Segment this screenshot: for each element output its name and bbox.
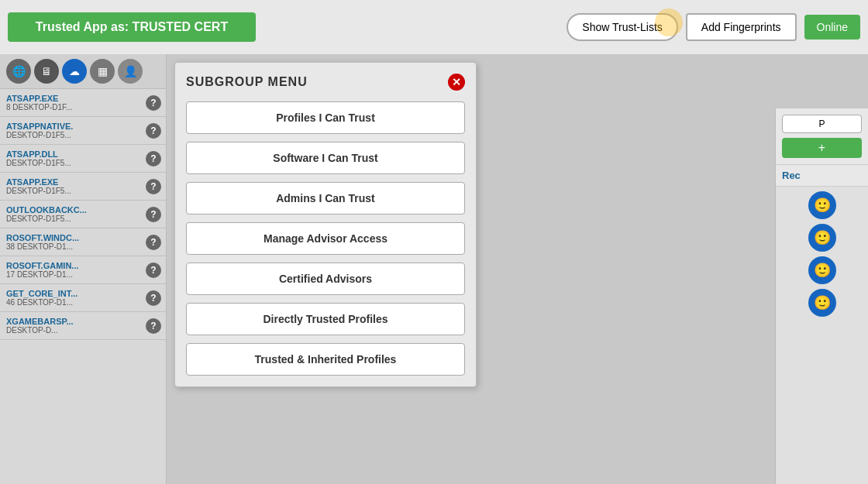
- item-title: ROSOFT.GAMIN...: [6, 261, 143, 270]
- item-title: ATSAPP.EXE: [6, 177, 143, 187]
- list-item[interactable]: ATSAPP.EXE 8 DESKTOP-D1F... ?: [0, 89, 166, 117]
- item-sub: 17 DESKTOP-D1...: [6, 270, 143, 279]
- list-item[interactable]: ROSOFT.WINDC... 38 DESKTOP-D1... ?: [0, 228, 166, 256]
- rec-label: Rec: [776, 165, 868, 187]
- top-bar: Trusted App as: TRUSTED CERT Show Trust-…: [0, 0, 868, 54]
- right-panel: P + Rec 🙂 🙂 🙂 🙂: [775, 108, 868, 484]
- trusted-inherited-profiles-button[interactable]: Trusted & Inherited Profiles: [186, 343, 465, 376]
- subgroup-menu-title: SUBGROUP MENU: [186, 75, 308, 89]
- sidebar-icon-bar: 🌐 🖥 ☁ ▦ 👤: [0, 54, 166, 89]
- plus-button[interactable]: +: [782, 138, 862, 158]
- show-trust-lists-button[interactable]: Show Trust-Lists: [567, 13, 677, 41]
- item-sub: DESKTOP-D1F5...: [6, 131, 143, 139]
- avatar: 🙂: [808, 224, 836, 252]
- item-sub: DESKTOP-D1F5...: [6, 215, 143, 223]
- main-content: SUBGROUP MENU ✕ Profiles I Can Trust Sof…: [167, 54, 868, 484]
- person-icon[interactable]: 👤: [118, 59, 143, 84]
- list-item[interactable]: ATSAPP.EXE DESKTOP-D1F5... ?: [0, 173, 166, 201]
- list-item[interactable]: GET_CORE_INT... 46 DESKTOP-D1... ?: [0, 284, 166, 312]
- help-icon[interactable]: ?: [146, 95, 161, 111]
- item-sub: DESKTOP-D1F5...: [6, 187, 143, 195]
- help-icon[interactable]: ?: [146, 235, 161, 250]
- help-icon[interactable]: ?: [146, 123, 161, 139]
- p-button[interactable]: P: [782, 115, 862, 133]
- close-button[interactable]: ✕: [448, 74, 465, 91]
- list-item[interactable]: OUTLOOKBACKC... DESKTOP-D1F5... ?: [0, 201, 166, 228]
- trusted-app-banner: Trusted App as: TRUSTED CERT: [8, 12, 256, 42]
- help-icon[interactable]: ?: [146, 151, 161, 166]
- help-icon[interactable]: ?: [146, 263, 161, 278]
- directly-trusted-profiles-button[interactable]: Directly Trusted Profiles: [186, 303, 465, 335]
- avatar: 🙂: [808, 289, 836, 317]
- online-button[interactable]: Online: [804, 15, 860, 39]
- item-title: OUTLOOKBACKC...: [6, 205, 143, 215]
- avatar: 🙂: [808, 256, 836, 284]
- help-icon[interactable]: ?: [146, 318, 161, 334]
- item-sub: 38 DESKTOP-D1...: [6, 242, 143, 251]
- item-sub: 46 DESKTOP-D1...: [6, 298, 143, 307]
- manage-advisor-access-button[interactable]: Manage Advisor Access: [186, 222, 465, 255]
- item-title: ROSOFT.WINDC...: [6, 233, 143, 242]
- admins-i-can-trust-button[interactable]: Admins I Can Trust: [186, 182, 465, 215]
- avatar: 🙂: [808, 191, 836, 219]
- grid-icon[interactable]: ▦: [90, 59, 115, 84]
- profiles-i-can-trust-button[interactable]: Profiles I Can Trust: [186, 101, 465, 134]
- item-sub: 8 DESKTOP-D1F...: [6, 103, 143, 112]
- list-item[interactable]: ROSOFT.GAMIN... 17 DESKTOP-D1... ?: [0, 256, 166, 284]
- list-item[interactable]: ATSAPP.DLL DESKTOP-D1F5... ?: [0, 145, 166, 173]
- software-i-can-trust-button[interactable]: Software I Can Trust: [186, 142, 465, 174]
- item-title: XGAMEBARSP...: [6, 317, 143, 326]
- item-sub: DESKTOP-D1F5...: [6, 159, 143, 167]
- subgroup-menu-modal: SUBGROUP MENU ✕ Profiles I Can Trust Sof…: [174, 62, 477, 387]
- list-item[interactable]: ATSAPPNATIVE. DESKTOP-D1F5... ?: [0, 117, 166, 145]
- help-icon[interactable]: ?: [146, 207, 161, 222]
- item-title: ATSAPP.DLL: [6, 149, 143, 159]
- monitor-icon[interactable]: 🖥: [34, 59, 59, 84]
- sidebar: 🌐 🖥 ☁ ▦ 👤 ATSAPP.EXE 8 DESKTOP-D1F... ? …: [0, 54, 167, 484]
- item-title: ATSAPPNATIVE.: [6, 122, 143, 131]
- subgroup-menu-header: SUBGROUP MENU ✕: [186, 74, 465, 91]
- item-sub: DESKTOP-D...: [6, 326, 143, 335]
- item-title: GET_CORE_INT...: [6, 289, 143, 298]
- item-title: ATSAPP.EXE: [6, 94, 143, 103]
- right-panel-top: P +: [776, 108, 868, 165]
- cloud-icon[interactable]: ☁: [62, 59, 87, 84]
- add-fingerprints-button[interactable]: Add Fingerprints: [686, 13, 797, 41]
- list-item[interactable]: XGAMEBARSP... DESKTOP-D... ?: [0, 312, 166, 340]
- help-icon[interactable]: ?: [146, 290, 161, 306]
- help-icon[interactable]: ?: [146, 179, 161, 194]
- certified-advisors-button[interactable]: Certified Advisors: [186, 263, 465, 295]
- globe-icon[interactable]: 🌐: [6, 59, 31, 84]
